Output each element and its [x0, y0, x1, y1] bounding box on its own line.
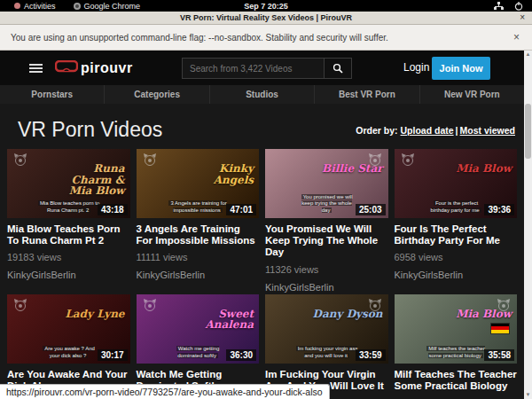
nav-item-new-vr-porn[interactable]: New VR Porn: [420, 85, 524, 104]
video-thumbnail[interactable]: Mia Blow Milf teaches the teacher some p…: [395, 294, 518, 364]
video-card: Mia Blow Four is the perfect birthday pa…: [395, 149, 518, 293]
warning-message: You are using an unsupported command-lin…: [0, 33, 388, 43]
thumbnail-model-name: Mia Blow: [456, 309, 512, 320]
thumbnail-caption: Four is the perfect birthday party for m…: [425, 200, 487, 215]
studio-cat-logo-icon: [401, 153, 415, 169]
thumbnail-model-name: Sweet Analena: [183, 309, 254, 331]
page-title: VR Porn Videos: [18, 118, 162, 142]
warning-close-icon[interactable]: ×: [513, 31, 520, 43]
search-icon: [332, 63, 343, 74]
thumbnail-caption: Im fucking your virgin ass and you will …: [296, 346, 358, 360]
video-thumbnail[interactable]: Lady Lyne Are you awake ? And your dick …: [7, 294, 130, 364]
page-scrollbar[interactable]: ▲ ▼: [524, 51, 532, 399]
thumbnail-model-name: Lady Lyne: [65, 309, 124, 320]
video-thumbnail[interactable]: Runa Charm & Mia Blow Mia Blow teaches p…: [7, 149, 130, 218]
thumbnail-model-name: Dany Dyson: [313, 309, 383, 320]
video-grid: Runa Charm & Mia Blow Mia Blow teaches p…: [7, 149, 517, 399]
page-viewport: pirouvr Login Join Now Pornstars Categor…: [0, 51, 532, 399]
studio-link[interactable]: KinkyGirlsBerlin: [395, 270, 518, 280]
video-card: Runa Charm & Mia Blow Mia Blow teaches p…: [7, 149, 130, 293]
clock-label[interactable]: Sep 7 20:25: [0, 2, 532, 11]
germany-flag-icon: [490, 323, 510, 334]
video-duration-badge: 43:18: [98, 204, 128, 215]
video-thumbnail[interactable]: Dany Dyson Im fucking your virgin ass an…: [265, 294, 388, 364]
thumbnail-caption: Are you awake ? And your dick also ?: [38, 346, 100, 360]
scrollbar-up-icon[interactable]: ▲: [524, 51, 532, 59]
thumbnail-model-name: Runa Charm & Mia Blow: [54, 163, 125, 197]
network-icon[interactable]: [494, 2, 504, 10]
scrollbar-down-icon[interactable]: ▼: [524, 391, 532, 399]
menu-hamburger-icon[interactable]: [29, 62, 43, 74]
logo-text: pirouvr: [81, 60, 133, 76]
search-button[interactable]: [324, 58, 352, 79]
video-title-link[interactable]: Four Is The Perfect Birthday Party For M…: [395, 223, 518, 246]
video-card: Mia Blow Milf teaches the teacher some p…: [395, 294, 518, 399]
video-thumbnail[interactable]: Kinky Angels 3 Angels are training for i…: [137, 149, 260, 218]
browser-title-bar: VR Porn: Virtual Reality Sex Videos | Pi…: [0, 12, 532, 25]
video-duration-badge: 36:30: [226, 349, 256, 361]
studio-cat-logo-icon: [143, 153, 157, 169]
order-most-viewed-link[interactable]: Most viewed: [460, 125, 515, 136]
site-logo[interactable]: pirouvr: [55, 60, 133, 76]
status-url-tooltip: https://pirouvr.com/vr-porn-video/779325…: [0, 384, 330, 399]
video-title-link[interactable]: Milf Teaches The Teacher Some Practical …: [395, 369, 518, 392]
order-by-label: Order by:: [356, 125, 397, 136]
video-thumbnail[interactable]: Billie Star You promised we will keep tr…: [265, 149, 388, 218]
video-views: 6958 views: [395, 252, 518, 262]
video-title-link[interactable]: You Promised We Will Keep Trying The Who…: [265, 223, 388, 259]
power-icon[interactable]: [514, 2, 523, 11]
studio-link[interactable]: KinkyGirlsBerlin: [265, 282, 388, 293]
nav-item-best-vr-porn[interactable]: Best VR Porn: [315, 85, 419, 104]
thumbnail-caption: Mia Blow teaches porn to Runa Charm pt. …: [38, 200, 100, 215]
nav-item-categories[interactable]: Categories: [105, 85, 209, 104]
search-bar: [182, 58, 352, 79]
vr-goggles-icon: [55, 60, 78, 76]
video-duration-badge: 35:58: [484, 349, 514, 361]
chrome-warning-bar: You are using an unsupported command-lin…: [0, 25, 532, 51]
video-views: 19183 views: [7, 252, 130, 262]
login-link[interactable]: Login: [403, 61, 429, 74]
video-thumbnail[interactable]: Mia Blow Four is the perfect birthday pa…: [395, 149, 518, 218]
thumbnail-model-name: Mia Blow: [456, 163, 512, 175]
thumbnail-caption: You promised we will keep trying the who…: [296, 194, 358, 215]
video-views: 11111 views: [137, 252, 260, 262]
main-nav: Pornstars Categories Studios Best VR Por…: [0, 85, 524, 104]
order-by-controls: Order by: Upload date|Most viewed: [356, 125, 515, 136]
video-duration-badge: 39:36: [484, 204, 514, 215]
tab-title: VR Porn: Virtual Reality Sex Videos | Pi…: [0, 13, 532, 22]
join-now-button[interactable]: Join Now: [432, 57, 490, 80]
studio-cat-logo-icon: [143, 299, 157, 315]
video-duration-badge: 33:59: [356, 349, 386, 361]
page-heading-row: VR Porn Videos Order by: Upload date|Mos…: [0, 104, 524, 149]
video-title-link[interactable]: Mia Blow Teaches Porn To Runa Charm Pt 2: [7, 223, 130, 246]
video-duration-badge: 25:03: [356, 204, 386, 215]
video-duration-badge: 30:17: [98, 349, 128, 361]
video-title-link[interactable]: 3 Angels Are Training For Impossible Mis…: [137, 223, 260, 246]
search-input[interactable]: [182, 58, 324, 79]
order-separator: |: [454, 125, 460, 136]
site-header: pirouvr Login Join Now: [0, 51, 524, 85]
video-duration-badge: 47:01: [226, 204, 256, 215]
video-card: Kinky Angels 3 Angels are training for i…: [137, 149, 260, 293]
thumbnail-caption: Milf teaches the teacher some practical …: [425, 346, 487, 360]
thumbnail-caption: Watch me getting dominated softly: [167, 346, 229, 360]
video-views: 11326 views: [265, 264, 388, 275]
thumbnail-model-name: Kinky Angels: [183, 163, 254, 185]
video-thumbnail[interactable]: Sweet Analena Watch me getting dominated…: [137, 294, 260, 364]
studio-link[interactable]: KinkyGirlsBerlin: [137, 270, 260, 280]
close-icon[interactable]: ×: [520, 12, 525, 22]
studio-link[interactable]: KinkyGirlsBerlin: [7, 270, 130, 280]
studio-cat-logo-icon: [13, 153, 27, 169]
system-top-bar: Activities Google Chrome Sep 7 20:25: [0, 0, 532, 12]
thumbnail-model-name: Billie Star: [322, 163, 383, 175]
nav-item-studios[interactable]: Studios: [210, 85, 315, 104]
studio-cat-logo-icon: [13, 299, 27, 315]
thumbnail-caption: 3 Angels are training for impossible mis…: [167, 200, 229, 215]
scrollbar-thumb[interactable]: [525, 104, 531, 159]
order-upload-date-link[interactable]: Upload date: [401, 125, 454, 136]
video-card: Billie Star You promised we will keep tr…: [265, 149, 388, 293]
nav-item-pornstars[interactable]: Pornstars: [0, 85, 105, 104]
